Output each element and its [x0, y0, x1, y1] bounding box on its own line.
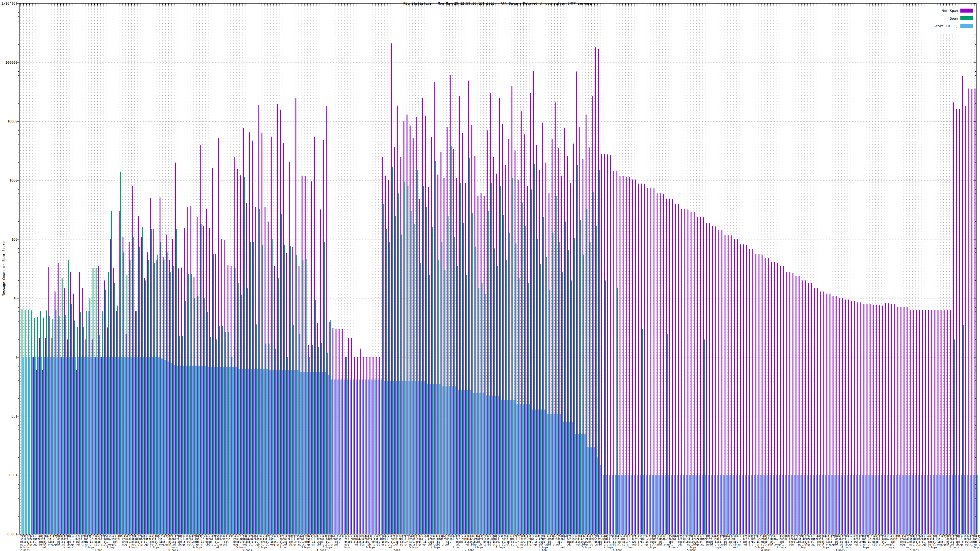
x-tick-label: 2 hops	[604, 546, 613, 549]
bar-spam	[401, 235, 402, 534]
x-tick-label: 6 hops	[613, 549, 623, 551]
bar-spam	[182, 336, 183, 534]
bar-score	[202, 366, 203, 535]
bar-not-spam	[191, 206, 191, 534]
bar-not-spam	[848, 300, 849, 534]
bar-spam	[481, 283, 482, 534]
bar-score	[557, 414, 558, 534]
bar-score	[717, 475, 719, 534]
bar-score	[66, 357, 67, 534]
bar-not-spam	[521, 111, 522, 534]
x-tick-label: 5 hops	[409, 546, 418, 549]
bar-score	[205, 366, 206, 535]
bar-not-spam	[397, 106, 398, 534]
bar-spam	[552, 233, 554, 534]
bar-score	[362, 380, 363, 534]
bar-score	[736, 475, 737, 534]
x-tick-label: 6 hops	[169, 549, 178, 551]
bar-score	[44, 357, 45, 534]
bar-not-spam	[39, 338, 40, 534]
bar-spam	[506, 260, 507, 535]
bar-not-spam	[894, 304, 895, 534]
bar-score	[384, 381, 385, 534]
bar-not-spam	[582, 159, 584, 534]
bar-not-spam	[657, 194, 657, 534]
bar-not-spam	[879, 305, 880, 534]
bar-not-spam	[814, 288, 815, 534]
x-tick-label: net.bl	[354, 543, 363, 546]
x-tick-label: net	[42, 546, 46, 549]
bar-not-spam	[271, 137, 272, 534]
bar-not-spam	[123, 237, 123, 534]
bar-not-spam	[237, 169, 238, 534]
bar-not-spam	[79, 272, 80, 534]
x-tick-label: tu-bl	[595, 543, 602, 546]
bar-spam	[503, 215, 504, 534]
bar-not-spam	[762, 255, 762, 534]
bar-not-spam	[86, 340, 86, 534]
bar-score	[173, 365, 175, 534]
bar-score	[87, 357, 89, 534]
bar-score	[640, 475, 641, 534]
bar-not-spam	[83, 288, 83, 534]
bar-score	[680, 475, 681, 534]
bar-spam	[398, 194, 399, 534]
bar-not-spam	[296, 98, 296, 534]
bar-score	[226, 367, 228, 534]
bar-not-spam	[962, 76, 963, 534]
x-tick-label: sbl-at	[205, 543, 215, 546]
bar-not-spam	[107, 327, 108, 534]
bar-not-spam	[561, 176, 562, 534]
bar-not-spam	[95, 357, 95, 534]
bar-score	[597, 457, 598, 534]
bar-score	[396, 381, 397, 534]
bar-spam	[519, 278, 519, 534]
bar-spam	[454, 237, 455, 534]
bar-not-spam	[345, 357, 346, 534]
bar-score	[893, 475, 894, 534]
bar-not-spam	[252, 141, 253, 535]
x-tick-label: hops	[863, 546, 869, 549]
bar-not-spam	[900, 307, 901, 534]
bar-spam	[74, 321, 75, 534]
bar-score	[569, 422, 570, 534]
bar-not-spam	[950, 310, 951, 534]
bar-spam	[429, 275, 430, 534]
bar-score	[850, 475, 851, 534]
bar-not-spam	[400, 157, 401, 534]
bar-spam	[34, 318, 35, 534]
bar-not-spam	[928, 310, 929, 534]
x-tick-label: gr.gb	[808, 543, 816, 546]
bar-score	[584, 434, 585, 534]
bar-not-spam	[771, 262, 772, 534]
bar-score	[872, 475, 873, 534]
x-tick-label: 6 hops	[885, 546, 894, 549]
bar-score	[593, 447, 595, 534]
bar-spam	[173, 266, 173, 535]
bar-spam	[534, 164, 535, 534]
bar-not-spam	[684, 209, 686, 534]
bar-not-spam	[413, 138, 414, 534]
bar-not-spam	[555, 102, 555, 534]
bar-not-spam	[746, 245, 747, 534]
x-tick-label: sbl-at	[872, 543, 882, 546]
bar-not-spam	[777, 263, 778, 534]
bar-spam	[457, 266, 458, 535]
bar-not-spam	[811, 283, 812, 534]
bar-score	[757, 475, 759, 534]
bar-not-spam	[215, 254, 216, 534]
bar-score	[272, 370, 274, 534]
x-tick-label: bl.wl	[724, 543, 732, 546]
bar-not-spam	[712, 226, 713, 534]
bar-not-spam	[638, 184, 639, 534]
bar-spam	[324, 242, 325, 535]
bar-spam	[555, 195, 557, 534]
bar-spam	[296, 255, 298, 534]
bar-not-spam	[289, 162, 290, 534]
bar-spam	[525, 225, 526, 534]
bar-not-spam	[749, 249, 750, 534]
bar-spam	[485, 294, 486, 534]
bar-not-spam	[162, 257, 164, 534]
bar-score	[421, 381, 422, 534]
bar-score	[402, 381, 403, 534]
